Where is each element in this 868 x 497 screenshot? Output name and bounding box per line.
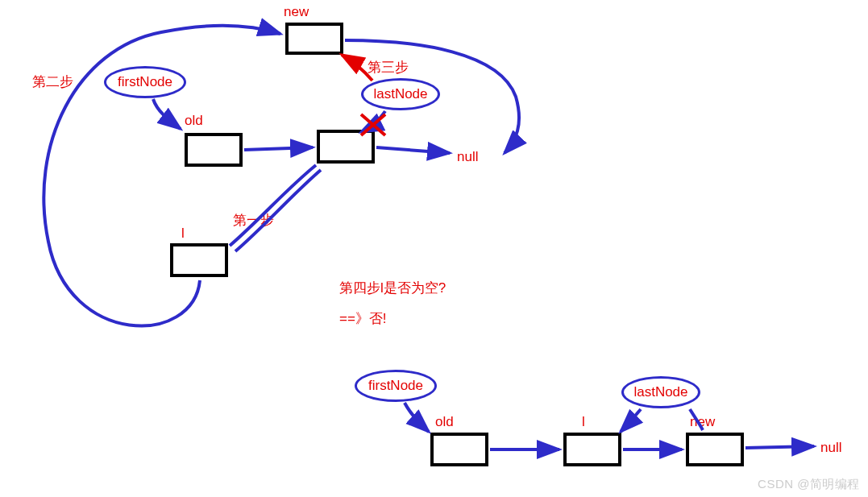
arrows-layer	[0, 0, 868, 497]
